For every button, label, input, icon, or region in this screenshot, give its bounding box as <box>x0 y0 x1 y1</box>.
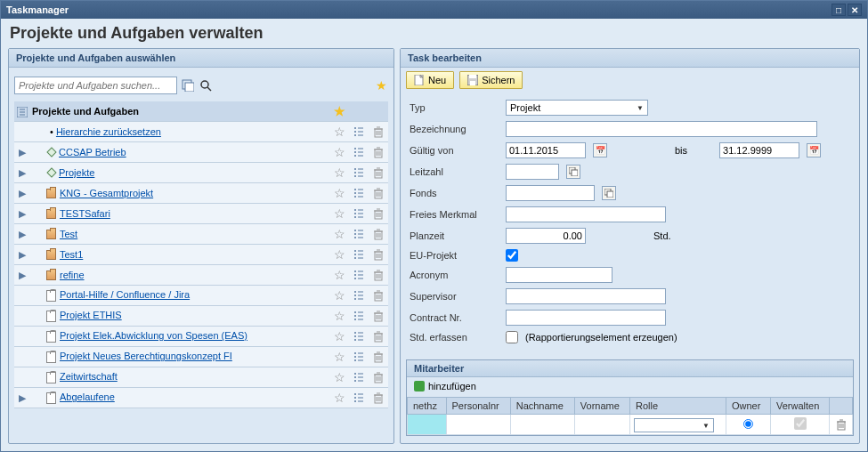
leitzahl-input[interactable] <box>506 164 559 180</box>
tree-row[interactable]: • Hierarchie zurücksetzen☆ <box>14 122 388 142</box>
tree-row[interactable]: ▶TESTSafari☆ <box>14 204 388 224</box>
star-icon[interactable]: ☆ <box>334 227 345 241</box>
maximize-button[interactable]: □ <box>831 4 846 16</box>
cell-owner[interactable] <box>726 415 771 435</box>
tree-item-label[interactable]: refine <box>60 270 85 280</box>
save-button[interactable]: Sichern <box>459 71 523 89</box>
cell-verwalten[interactable] <box>771 415 830 435</box>
cell-rolle[interactable]: ▼ <box>630 415 726 435</box>
contract-nr-input[interactable] <box>506 310 666 326</box>
acronym-input[interactable] <box>506 267 612 283</box>
add-mitarbeiter-button[interactable]: hinzufügen <box>414 381 476 391</box>
tree-item-label[interactable]: Zeitwirtschaft <box>60 371 118 382</box>
expand-toggle[interactable] <box>14 347 30 367</box>
delete-icon[interactable] <box>369 163 388 183</box>
sort-icon[interactable] <box>349 183 369 204</box>
col-nachname[interactable]: Nachname <box>510 398 574 415</box>
tree-item-label[interactable]: TESTSafari <box>60 208 110 219</box>
expand-toggle[interactable]: ▶ <box>14 224 30 245</box>
expand-toggle[interactable] <box>14 306 30 327</box>
bezeichnung-input[interactable] <box>506 121 817 137</box>
expand-toggle[interactable]: ▶ <box>14 183 30 204</box>
tree-row[interactable]: Portal-Hilfe / Confluence / Jira☆ <box>14 286 388 306</box>
star-icon[interactable]: ☆ <box>334 206 345 221</box>
sort-icon[interactable] <box>349 142 369 163</box>
tree-row[interactable]: ▶CCSAP Betrieb☆ <box>14 142 388 163</box>
delete-icon[interactable] <box>369 122 388 142</box>
merkmal-input[interactable] <box>506 206 666 222</box>
collapse-all-icon[interactable] <box>14 101 30 122</box>
supervisor-input[interactable] <box>506 288 666 304</box>
sort-icon[interactable] <box>349 388 369 408</box>
sort-icon[interactable] <box>349 327 369 347</box>
date-picker-icon[interactable]: 📅 <box>593 143 607 157</box>
delete-icon[interactable] <box>369 142 388 163</box>
col-owner[interactable]: Owner <box>726 398 771 415</box>
sort-icon[interactable] <box>349 245 369 265</box>
col-verwalten[interactable]: Verwalten <box>771 398 830 415</box>
gueltig-von-input[interactable] <box>506 142 586 158</box>
close-button[interactable]: ✕ <box>848 4 862 16</box>
tree-item-label[interactable]: Test <box>60 229 77 239</box>
expand-toggle[interactable]: ▶ <box>14 204 30 224</box>
tree-item-label[interactable]: Portal-Hilfe / Confluence / Jira <box>60 289 190 300</box>
tree-item-label[interactable]: Projekte <box>59 167 94 178</box>
search-input[interactable] <box>14 77 177 94</box>
star-icon[interactable]: ☆ <box>334 145 345 159</box>
sort-icon[interactable] <box>349 265 369 286</box>
delete-icon[interactable] <box>369 245 388 265</box>
delete-icon[interactable] <box>369 327 388 347</box>
tree-row[interactable]: ▶Projekte☆ <box>14 163 388 183</box>
tree-row[interactable]: ▶Test☆ <box>14 224 388 245</box>
tree-item-label[interactable]: KNG - Gesamtprojekt <box>60 188 153 198</box>
expand-toggle[interactable]: ▶ <box>14 245 30 265</box>
star-icon[interactable]: ☆ <box>334 329 345 343</box>
search-icon[interactable] <box>199 78 213 93</box>
tree-item-label[interactable]: Abgelaufene <box>60 391 115 402</box>
sort-icon[interactable] <box>349 347 369 367</box>
std-erfassen-checkbox[interactable] <box>506 331 518 343</box>
star-icon[interactable]: ☆ <box>334 165 345 180</box>
cell-nethz[interactable] <box>408 415 447 435</box>
sort-icon[interactable] <box>349 367 369 388</box>
star-icon[interactable]: ☆ <box>334 370 345 384</box>
tree-item-label[interactable]: Test1 <box>60 249 83 260</box>
expand-toggle[interactable] <box>14 122 30 142</box>
delete-icon[interactable] <box>369 367 388 388</box>
col-vorname[interactable]: Vorname <box>574 398 629 415</box>
delete-icon[interactable] <box>369 204 388 224</box>
fonds-input[interactable] <box>506 185 595 201</box>
star-icon[interactable]: ☆ <box>334 247 345 262</box>
tree-row[interactable]: Projekt Neues Berechtigungskonzept FI☆ <box>14 347 388 367</box>
sort-icon[interactable] <box>349 306 369 327</box>
tree-item-label[interactable]: CCSAP Betrieb <box>59 147 126 157</box>
sort-icon[interactable] <box>349 224 369 245</box>
expand-toggle[interactable]: ▶ <box>14 388 30 408</box>
delete-icon[interactable] <box>369 347 388 367</box>
sort-icon[interactable] <box>349 122 369 142</box>
sort-icon[interactable] <box>349 204 369 224</box>
value-help-icon[interactable] <box>566 165 580 179</box>
row-delete-button[interactable] <box>830 415 853 435</box>
star-header-icon[interactable]: ★ <box>334 104 345 118</box>
star-icon[interactable]: ☆ <box>334 391 345 405</box>
sort-icon[interactable] <box>349 286 369 306</box>
tree-row[interactable]: Zeitwirtschaft☆ <box>14 367 388 388</box>
star-icon[interactable]: ☆ <box>334 125 345 139</box>
expand-toggle[interactable] <box>14 286 30 306</box>
eu-projekt-checkbox[interactable] <box>506 249 518 262</box>
col-rolle[interactable]: Rolle <box>630 398 726 415</box>
tree-item-label[interactable]: Projekt ETHIS <box>60 310 122 320</box>
favorites-star-icon[interactable]: ★ <box>374 78 388 93</box>
tree-row[interactable]: Projekt Elek.Abwicklung von Spesen (EAS)… <box>14 327 388 347</box>
delete-icon[interactable] <box>369 286 388 306</box>
delete-icon[interactable] <box>369 306 388 327</box>
expand-toggle[interactable] <box>14 327 30 347</box>
tree-row[interactable]: ▶KNG - Gesamtprojekt☆ <box>14 183 388 204</box>
date-picker-icon[interactable]: 📅 <box>807 143 821 157</box>
star-icon[interactable]: ☆ <box>334 309 345 323</box>
new-button[interactable]: Neu <box>406 71 454 89</box>
star-icon[interactable]: ☆ <box>334 288 345 303</box>
delete-icon[interactable] <box>369 224 388 245</box>
tree-item-label[interactable]: Projekt Elek.Abwicklung von Spesen (EAS) <box>60 330 247 341</box>
